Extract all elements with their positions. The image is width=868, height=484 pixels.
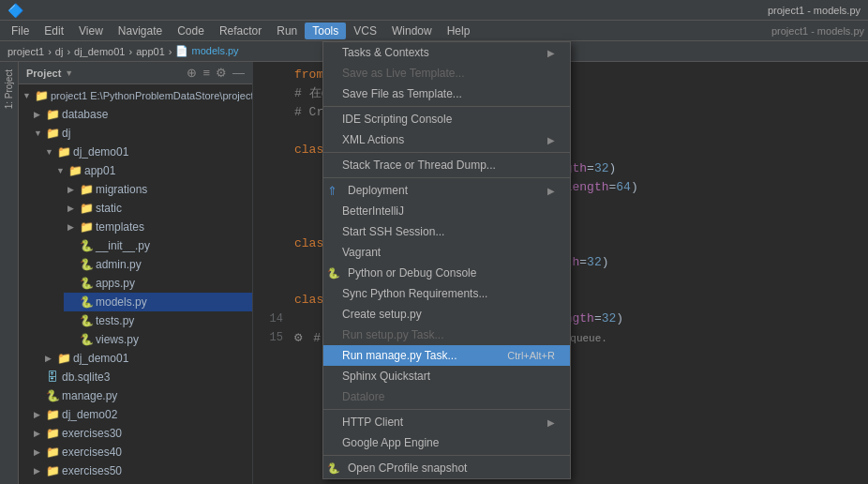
tree-label: admin.py xyxy=(96,258,142,271)
folder-icon: 📁 xyxy=(67,164,82,177)
breadcrumb-app01[interactable]: app01 xyxy=(136,46,165,57)
menu-vcs[interactable]: VCS xyxy=(346,23,384,39)
dd-xml-actions[interactable]: XML Actions ▶ xyxy=(323,129,570,150)
breadcrumb-models[interactable]: 📄 models.py xyxy=(175,45,238,57)
tree-arrow: ▼ xyxy=(56,166,67,175)
tree-migrations[interactable]: ▶ 📁 migrations xyxy=(64,180,252,199)
menu-view[interactable]: View xyxy=(71,23,111,39)
app-icon: 🔷 xyxy=(7,3,23,18)
dd-cprofile[interactable]: 🐍 Open CProfile snapshot xyxy=(323,458,570,478)
tree-apps-py[interactable]: ▶ 🐍 apps.py xyxy=(64,274,252,293)
tree-exercises50[interactable]: ▶ 📁 exercises50 xyxy=(30,461,252,480)
db-file-icon: 🗄 xyxy=(45,371,60,384)
tree-dj-demo02[interactable]: ▶ 📁 dj_demo02 xyxy=(30,405,252,424)
dd-save-file-template[interactable]: Save File as Template... xyxy=(323,83,570,104)
tree-arrow: ▶ xyxy=(34,447,45,457)
menu-edit[interactable]: Edit xyxy=(37,23,71,39)
menu-navigate[interactable]: Navigate xyxy=(111,23,170,39)
menu-bar: File Edit View Navigate Code Refactor Ru… xyxy=(0,21,868,41)
tree-exercises40[interactable]: ▶ 📁 exercises40 xyxy=(30,443,252,461)
tree-app01[interactable]: ▼ 📁 app01 xyxy=(52,161,252,180)
folder-icon: 📁 xyxy=(45,127,60,140)
tree-db-sqlite[interactable]: ▶ 🗄 db.sqlite3 xyxy=(30,368,252,386)
py-file-icon: 🐍 xyxy=(45,389,60,402)
menu-code[interactable]: Code xyxy=(170,23,212,39)
dd-label: Create setup.py xyxy=(342,308,422,321)
breadcrumb-dj-demo01[interactable]: dj_demo01 xyxy=(74,46,125,57)
folder-icon: 📁 xyxy=(79,202,94,215)
tree-label: templates xyxy=(96,220,144,234)
py-file-icon: 🐍 xyxy=(79,295,94,309)
project-tab-label[interactable]: 1: Project xyxy=(2,66,16,113)
dd-label: IDE Scripting Console xyxy=(342,113,452,126)
tree-templates[interactable]: ▶ 📁 templates xyxy=(64,218,252,236)
close-icon[interactable]: — xyxy=(232,66,245,80)
tree-arrow: ▼ xyxy=(34,129,45,138)
dd-vagrant[interactable]: Vagrant xyxy=(323,242,570,263)
menu-refactor[interactable]: Refactor xyxy=(212,23,269,39)
tree-label: __init__.py xyxy=(96,239,150,252)
tree-manage-py[interactable]: ▶ 🐍 manage.py xyxy=(30,386,252,405)
dd-run-manage[interactable]: Run manage.py Task... Ctrl+Alt+R xyxy=(323,345,570,366)
dd-create-setup[interactable]: Create setup.py xyxy=(323,304,570,325)
dd-label: XML Actions xyxy=(342,133,404,146)
tree-tests-py[interactable]: ▶ 🐍 tests.py xyxy=(64,311,252,330)
dd-tasks-contexts[interactable]: Tasks & Contexts ▶ xyxy=(323,42,570,63)
tree-arrow: ▶ xyxy=(67,185,79,194)
dd-shortcut: Ctrl+Alt+R xyxy=(507,350,555,361)
tree-models-py[interactable]: ▶ 🐍 models.py xyxy=(64,293,252,311)
tree-dj-demo01-2[interactable]: ▶ 📁 dj_demo01 xyxy=(41,349,252,368)
dd-label: Start SSH Session... xyxy=(342,225,444,238)
deploy-arrow-icon: ⇑ xyxy=(327,184,337,198)
locate-icon[interactable]: ⊕ xyxy=(187,66,197,80)
title-right: project1 - models.py xyxy=(771,25,864,37)
dd-ide-scripting[interactable]: IDE Scripting Console xyxy=(323,109,570,129)
breadcrumb-dj[interactable]: dj xyxy=(55,46,64,57)
menu-run[interactable]: Run xyxy=(269,23,305,39)
tree-arrow: ▶ xyxy=(34,429,45,438)
dd-stack-trace[interactable]: Stack Trace or Thread Dump... xyxy=(323,155,570,175)
tools-dropdown[interactable]: Tasks & Contexts ▶ Save as Live Template… xyxy=(322,41,571,479)
breadcrumb-project[interactable]: project1 xyxy=(7,46,44,57)
tree-database[interactable]: ▶ 📁 database xyxy=(30,105,252,124)
settings-icon[interactable]: ⚙ xyxy=(216,66,227,80)
tree-exercises30[interactable]: ▶ 📁 exercises30 xyxy=(30,424,252,443)
dd-separator xyxy=(323,106,570,107)
tree-label: app01 xyxy=(84,164,115,177)
dd-better-intellij[interactable]: BetterIntelliJ xyxy=(323,201,570,221)
dd-datalore: Datalore xyxy=(323,386,570,407)
dd-google-app[interactable]: Google App Engine xyxy=(323,432,570,453)
dd-sphinx[interactable]: Sphinx Quickstart xyxy=(323,366,570,386)
menu-file[interactable]: File xyxy=(4,23,37,39)
collapse-icon[interactable]: ≡ xyxy=(202,66,210,80)
project-folder-icon: 📁 xyxy=(34,89,49,102)
tree-label: dj_demo01 xyxy=(73,145,128,159)
py-file-icon: 🐍 xyxy=(79,277,94,290)
dd-python-console[interactable]: 🐍 Python or Debug Console xyxy=(323,263,570,283)
tree-label: views.py xyxy=(96,333,139,346)
menu-help[interactable]: Help xyxy=(440,23,478,39)
tree-dj[interactable]: ▼ 📁 dj xyxy=(30,124,252,143)
dd-label: Tasks & Contexts xyxy=(342,46,429,59)
dd-deployment[interactable]: ⇑ Deployment ▶ xyxy=(323,180,570,201)
dd-label: Vagrant xyxy=(342,246,381,259)
tree-views-py[interactable]: ▶ 🐍 views.py xyxy=(64,330,252,349)
tree-admin-py[interactable]: ▶ 🐍 admin.py xyxy=(64,255,252,274)
file-tree: ▼ 📁 project1 E:\PythonProblemDataStore\p… xyxy=(19,84,252,484)
tree-project1[interactable]: ▼ 📁 project1 E:\PythonProblemDataStore\p… xyxy=(19,86,252,105)
tree-init-py[interactable]: ▶ 🐍 __init__.py xyxy=(64,236,252,255)
tree-dj-demo01[interactable]: ▼ 📁 dj_demo01 xyxy=(41,143,252,161)
tree-label: database xyxy=(62,108,108,121)
panel-dropdown-icon[interactable]: ▼ xyxy=(65,68,73,78)
menu-window[interactable]: Window xyxy=(384,23,440,39)
cprofile-icon: 🐍 xyxy=(327,462,340,475)
dd-sync-python[interactable]: Sync Python Requirements... xyxy=(323,283,570,304)
dd-label: Sphinx Quickstart xyxy=(342,370,430,383)
tree-arrow: ▼ xyxy=(45,147,56,157)
menu-tools[interactable]: Tools xyxy=(305,23,346,39)
tree-label: exercises50 xyxy=(62,464,122,477)
submenu-arrow-icon: ▶ xyxy=(547,48,555,58)
dd-ssh-session[interactable]: Start SSH Session... xyxy=(323,221,570,242)
tree-static[interactable]: ▶ 📁 static xyxy=(64,199,252,218)
dd-http-client[interactable]: HTTP Client ▶ xyxy=(323,412,570,432)
